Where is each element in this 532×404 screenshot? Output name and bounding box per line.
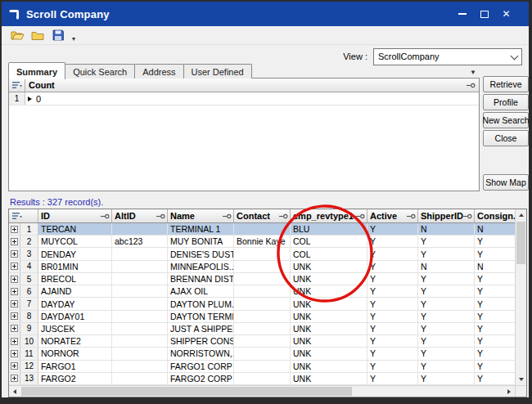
table-row[interactable]: 4BR01MINMINNEAPOLIS...UNKYNN bbox=[9, 261, 515, 273]
folder-open-icon[interactable] bbox=[9, 28, 25, 43]
table-row[interactable]: 13FARGO2FARGO2 CORPUNKYYY bbox=[9, 373, 515, 385]
scroll-up-button[interactable] bbox=[516, 209, 526, 221]
column-pin-icon[interactable] bbox=[467, 82, 476, 89]
expand-plus-icon[interactable] bbox=[11, 338, 18, 345]
table-row[interactable]: 7DAYDAYDAYTON PLUM...UNKYYY bbox=[9, 298, 515, 310]
profile-button[interactable]: Profile bbox=[483, 94, 529, 110]
cell-id: DAYDAY01 bbox=[38, 311, 112, 322]
column-pin-icon[interactable] bbox=[223, 213, 232, 220]
table-row[interactable]: 3DENDAYDENISE'S DUST...COLYYY bbox=[9, 248, 515, 260]
view-combobox[interactable]: ScrollCompany bbox=[373, 48, 522, 65]
column-header-shipperid[interactable]: ShipperID bbox=[418, 209, 475, 222]
folder-icon[interactable] bbox=[29, 28, 46, 43]
column-header-consign[interactable]: Consign... bbox=[475, 209, 515, 222]
titlebar[interactable]: Scroll Company ✕ bbox=[2, 2, 529, 26]
column-header-revtype[interactable]: cmp_revtype1 bbox=[291, 209, 367, 222]
expand-plus-icon[interactable] bbox=[11, 263, 18, 270]
new-search-button[interactable]: New Search bbox=[483, 112, 529, 128]
scroll-down-button[interactable] bbox=[516, 374, 526, 385]
table-row[interactable]: 9JUSCEKJUST A SHIPPERUNKYYY bbox=[9, 323, 515, 335]
cell-shipperid: Y bbox=[418, 298, 475, 309]
expand-plus-icon[interactable] bbox=[11, 226, 18, 233]
row-expand-cell[interactable] bbox=[9, 361, 20, 372]
table-row[interactable]: 6AJAINDAJAX OILUNKYYY bbox=[9, 285, 515, 298]
expand-plus-icon[interactable] bbox=[11, 250, 18, 258]
table-row[interactable]: 12FARGO1FARGO1 CORPUNKYYY bbox=[9, 361, 515, 373]
expand-plus-icon[interactable] bbox=[11, 300, 18, 307]
column-header-active[interactable]: Active bbox=[367, 209, 418, 222]
save-icon[interactable] bbox=[50, 28, 66, 43]
row-expand-cell[interactable] bbox=[9, 348, 20, 359]
horizontal-scrollbar[interactable] bbox=[9, 386, 515, 397]
row-expand-cell[interactable] bbox=[9, 373, 20, 384]
row-expand-cell[interactable] bbox=[9, 261, 20, 272]
row-expand-cell[interactable] bbox=[9, 223, 20, 235]
chevron-down-icon[interactable]: ▾ bbox=[72, 35, 75, 44]
column-pin-icon[interactable] bbox=[407, 213, 416, 220]
expand-plus-icon[interactable] bbox=[11, 276, 18, 283]
row-expand-cell[interactable] bbox=[9, 236, 20, 247]
cell-shipperid: N bbox=[418, 223, 475, 235]
table-row[interactable]: 5BRECOLBRENNAN DIST...UNKYYY bbox=[9, 273, 515, 285]
table-row[interactable]: 10NORATE2SHIPPER CONSI...UNKYYY bbox=[9, 335, 515, 348]
results-grid-body: IDAltIDNameContactcmp_revtype1ActiveShip… bbox=[9, 209, 526, 385]
scroll-right-button[interactable] bbox=[503, 386, 515, 397]
summary-row[interactable]: 10 bbox=[9, 92, 479, 105]
column-pin-icon[interactable] bbox=[101, 213, 110, 220]
column-pin-icon[interactable] bbox=[279, 213, 288, 220]
expand-plus-icon[interactable] bbox=[11, 325, 18, 332]
expand-plus-icon[interactable] bbox=[11, 288, 18, 295]
retrieve-button[interactable]: Retrieve bbox=[483, 76, 529, 92]
row-expand-cell[interactable] bbox=[9, 285, 20, 297]
close-button[interactable]: ✕ bbox=[495, 5, 517, 23]
column-pin-icon[interactable] bbox=[356, 213, 365, 220]
cell-name: MUY BONITA bbox=[168, 236, 234, 247]
minimize-button[interactable] bbox=[451, 5, 473, 23]
vertical-scroll-thumb[interactable] bbox=[516, 222, 525, 264]
close-search-button[interactable]: Close bbox=[483, 130, 529, 146]
column-header-id[interactable]: ID bbox=[38, 209, 112, 222]
table-row[interactable]: 8DAYDAY01DAYTON TERMI...UNKYYY bbox=[9, 311, 515, 323]
expand-plus-icon[interactable] bbox=[11, 375, 18, 382]
cell-active: Y bbox=[367, 285, 418, 297]
grid-corner-cell[interactable] bbox=[9, 79, 25, 92]
column-label: Consign... bbox=[477, 211, 515, 221]
row-expand-cell[interactable] bbox=[9, 323, 20, 334]
cell-altid bbox=[112, 373, 168, 384]
cell-name: BRENNAN DIST... bbox=[168, 273, 234, 285]
cell-shipperid: Y bbox=[418, 248, 475, 259]
row-expand-cell[interactable] bbox=[9, 311, 20, 322]
tab-user-defined[interactable]: User Defined bbox=[183, 64, 252, 79]
tab-address[interactable]: Address bbox=[134, 64, 183, 79]
grid-corner-cell[interactable] bbox=[9, 209, 38, 222]
column-header-name[interactable]: Name bbox=[168, 209, 234, 222]
row-expand-cell[interactable] bbox=[9, 273, 20, 285]
table-row[interactable]: 1TERCANTERMINAL 1BLUYNN bbox=[9, 223, 515, 236]
expand-plus-icon[interactable] bbox=[11, 362, 18, 370]
column-pin-icon[interactable] bbox=[156, 213, 165, 220]
column-header-altid[interactable]: AltID bbox=[112, 209, 168, 222]
column-header-contact[interactable]: Contact bbox=[234, 209, 291, 222]
minimize-icon bbox=[458, 13, 467, 15]
tab-quick-search[interactable]: Quick Search bbox=[65, 64, 135, 79]
show-map-button[interactable]: Show Map bbox=[483, 174, 529, 191]
scroll-left-button[interactable] bbox=[9, 386, 20, 397]
table-row[interactable]: 11NORNORNORRISTOWN,...UNKYYY bbox=[9, 348, 515, 360]
tab-summary[interactable]: Summary bbox=[8, 62, 65, 79]
column-pin-icon[interactable] bbox=[463, 213, 472, 220]
column-header-count[interactable]: Count bbox=[25, 79, 479, 92]
expand-plus-icon[interactable] bbox=[11, 312, 18, 320]
row-expand-cell[interactable] bbox=[9, 298, 20, 309]
vertical-scrollbar[interactable] bbox=[515, 209, 526, 385]
row-expand-cell[interactable] bbox=[9, 248, 20, 259]
row-expand-cell[interactable] bbox=[9, 335, 20, 347]
cell-id: JUSCEK bbox=[38, 323, 112, 334]
table-row[interactable]: 2MUYCOLabc123MUY BONITABonnie KayeCOLYYY bbox=[9, 236, 515, 248]
maximize-button[interactable] bbox=[473, 5, 495, 23]
tab-list-dropdown[interactable]: ▼ bbox=[470, 69, 476, 76]
expand-plus-icon[interactable] bbox=[11, 350, 18, 357]
expand-plus-icon[interactable] bbox=[11, 238, 18, 245]
cell-name: DAYTON TERMI... bbox=[168, 311, 234, 322]
horizontal-scroll-thumb[interactable] bbox=[21, 387, 352, 396]
combobox-arrow[interactable] bbox=[507, 49, 521, 65]
